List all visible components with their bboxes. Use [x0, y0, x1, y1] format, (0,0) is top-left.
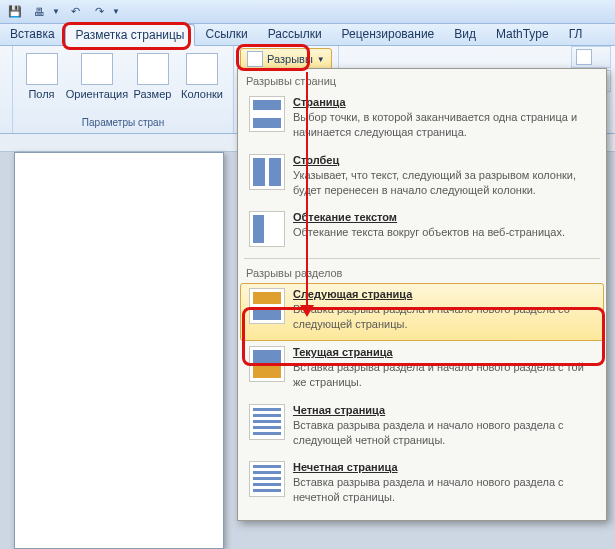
even-page-icon [249, 404, 285, 440]
watermark-icon [576, 49, 592, 65]
orientation-button[interactable]: Ориентация [66, 49, 128, 115]
column-break-icon [249, 154, 285, 190]
annotation-arrow-line [306, 72, 308, 310]
size-button[interactable]: Размер [130, 49, 175, 115]
break-next-desc: Вставка разрыва раздела и начало нового … [293, 302, 595, 332]
breaks-icon [247, 51, 263, 67]
breaks-dropdown: Разрывы страниц СтраницаВыбор точки, в к… [237, 68, 607, 521]
breaks-label: Разрывы [267, 53, 313, 65]
redo-icon[interactable]: ↷ [88, 2, 110, 22]
annotation-arrow-head [300, 305, 314, 317]
columns-button[interactable]: Колонки [177, 49, 227, 115]
tab-references[interactable]: Ссылки [195, 24, 257, 45]
next-page-icon [249, 288, 285, 324]
break-odd-title: Нечетная страница [293, 461, 595, 473]
break-page[interactable]: СтраницаВыбор точки, в которой заканчива… [240, 91, 604, 149]
tab-insert[interactable]: Вставка [0, 24, 65, 45]
columns-icon [186, 53, 218, 85]
chevron-down-icon: ▼ [317, 55, 325, 64]
break-cur-desc: Вставка разрыва раздела и начало нового … [293, 360, 595, 390]
watermark-button[interactable] [571, 46, 611, 68]
odd-page-icon [249, 461, 285, 497]
break-odd-desc: Вставка разрыва раздела и начало нового … [293, 475, 595, 505]
tab-extra[interactable]: ГЛ [559, 24, 593, 45]
dropdown-header-section-breaks: Разрывы разделов [238, 261, 606, 283]
margins-button[interactable]: Поля [19, 49, 64, 115]
tab-review[interactable]: Рецензирование [332, 24, 445, 45]
break-column-title: Столбец [293, 154, 595, 166]
continuous-icon [249, 346, 285, 382]
text-wrap-icon [249, 211, 285, 247]
quick-access-toolbar: 💾 🖶 ▼ ↶ ↷ ▼ [0, 0, 615, 24]
break-next-title: Следующая страница [293, 288, 595, 300]
break-even-title: Четная страница [293, 404, 595, 416]
break-cur-title: Текущая страница [293, 346, 595, 358]
break-wrap-desc: Обтекание текста вокруг объектов на веб-… [293, 225, 595, 240]
dropdown-header-page-breaks: Разрывы страниц [238, 69, 606, 91]
tab-mailings[interactable]: Рассылки [258, 24, 332, 45]
undo-icon[interactable]: ↶ [64, 2, 86, 22]
group-page-setup: Поля Ориентация Размер Колонки Параметры… [13, 46, 234, 133]
print-preview-icon[interactable]: 🖶 [28, 2, 50, 22]
break-continuous[interactable]: Текущая страницаВставка разрыва раздела … [240, 341, 604, 399]
break-odd-page[interactable]: Нечетная страницаВставка разрыва раздела… [240, 456, 604, 514]
margins-label: Поля [28, 88, 54, 100]
size-label: Размер [134, 88, 172, 100]
break-page-title: Страница [293, 96, 595, 108]
break-next-page[interactable]: Следующая страницаВставка разрыва раздел… [240, 283, 604, 341]
qat-more-icon[interactable]: ▼ [52, 7, 62, 16]
page-canvas[interactable] [14, 152, 224, 549]
break-wrap-title: Обтекание текстом [293, 211, 595, 223]
break-column[interactable]: СтолбецУказывает, что текст, следующий з… [240, 149, 604, 207]
columns-label: Колонки [181, 88, 223, 100]
orientation-icon [81, 53, 113, 85]
break-column-desc: Указывает, что текст, следующий за разры… [293, 168, 595, 198]
break-even-desc: Вставка разрыва раздела и начало нового … [293, 418, 595, 448]
orientation-label: Ориентация [66, 88, 128, 100]
group-page-setup-label: Параметры стран [19, 115, 227, 130]
break-page-desc: Выбор точки, в которой заканчивается одн… [293, 110, 595, 140]
tab-page-layout[interactable]: Разметка страницы [65, 24, 196, 46]
dropdown-separator [244, 258, 600, 259]
break-text-wrapping[interactable]: Обтекание текстомОбтекание текста вокруг… [240, 206, 604, 256]
save-icon[interactable]: 💾 [4, 2, 26, 22]
ribbon-tabs: Вставка Разметка страницы Ссылки Рассылк… [0, 24, 615, 46]
tab-view[interactable]: Вид [444, 24, 486, 45]
size-icon [137, 53, 169, 85]
margins-icon [26, 53, 58, 85]
tab-mathtype[interactable]: MathType [486, 24, 559, 45]
page-break-icon [249, 96, 285, 132]
breaks-button[interactable]: Разрывы ▼ [240, 48, 332, 70]
qat-customize-icon[interactable]: ▼ [112, 7, 122, 16]
break-even-page[interactable]: Четная страницаВставка разрыва раздела и… [240, 399, 604, 457]
group-themes [0, 46, 13, 133]
